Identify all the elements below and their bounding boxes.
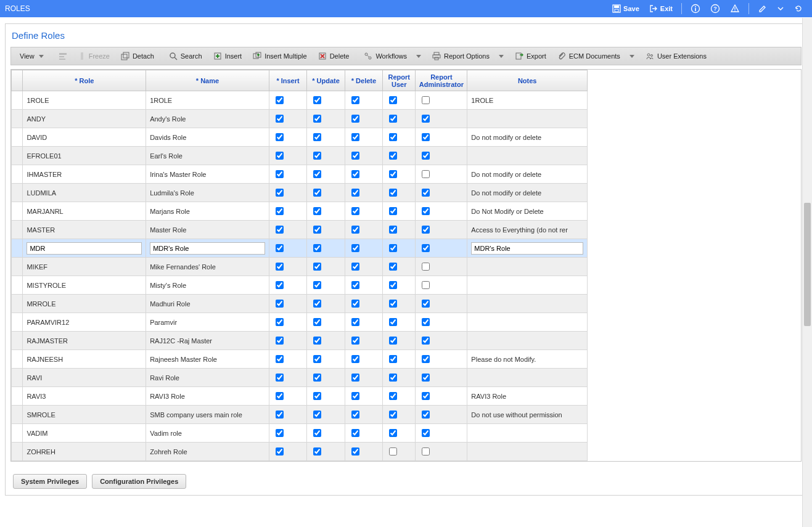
update-checkbox[interactable]: [313, 152, 321, 160]
role-cell[interactable]: MRROLE: [23, 295, 146, 313]
name-cell[interactable]: Earl's Role: [146, 147, 269, 165]
report_admin-cell[interactable]: [416, 221, 467, 239]
table-row[interactable]: RAVI3RAVI3 RoleRAVI3 Role: [12, 387, 588, 406]
role-cell[interactable]: MISTYROLE: [23, 276, 146, 295]
insert-checkbox[interactable]: [276, 226, 284, 234]
report_user-cell[interactable]: [383, 369, 416, 387]
report_admin-cell[interactable]: [416, 258, 467, 276]
notes-cell[interactable]: 1ROLE: [467, 91, 588, 110]
insert-cell[interactable]: [269, 387, 306, 406]
role-cell[interactable]: RAJNEESH: [23, 350, 146, 369]
role-cell[interactable]: VADIM: [23, 424, 146, 443]
row-selector-cell[interactable]: [12, 165, 23, 184]
update-cell[interactable]: [307, 165, 345, 184]
insert-button[interactable]: Insert: [208, 49, 247, 63]
role-cell[interactable]: PARAMVIR12: [23, 313, 146, 332]
role-cell[interactable]: LUDMILA: [23, 184, 146, 202]
report_admin-cell[interactable]: [416, 128, 467, 147]
report_user-checkbox[interactable]: [389, 300, 397, 308]
row-selector-cell[interactable]: [12, 221, 23, 239]
name-cell[interactable]: Andy's Role: [146, 110, 269, 128]
update-checkbox[interactable]: [313, 170, 321, 178]
report_admin-checkbox[interactable]: [422, 244, 430, 252]
name-cell[interactable]: Rajneesh Master Role: [146, 350, 269, 369]
report_user-checkbox[interactable]: [389, 96, 397, 104]
delete-checkbox[interactable]: [351, 337, 359, 345]
insert-cell[interactable]: [269, 443, 306, 461]
update-checkbox[interactable]: [313, 133, 321, 141]
report_admin-checkbox[interactable]: [422, 170, 430, 178]
insert-cell[interactable]: [269, 258, 306, 276]
table-row[interactable]: ANDYAndy's Role: [12, 110, 588, 128]
col-delete[interactable]: * Delete: [345, 70, 382, 91]
row-selector-cell[interactable]: [12, 202, 23, 221]
table-row[interactable]: ZOHREHZohreh Role: [12, 443, 588, 461]
insert-checkbox[interactable]: [276, 447, 284, 456]
delete-cell[interactable]: [345, 332, 382, 350]
name-cell[interactable]: RAVI3 Role: [146, 387, 269, 406]
report_user-cell[interactable]: [383, 276, 416, 295]
update-cell[interactable]: [307, 128, 345, 147]
insert-checkbox[interactable]: [276, 318, 284, 326]
update-checkbox[interactable]: [313, 226, 321, 234]
report_user-checkbox[interactable]: [389, 189, 397, 197]
notes-cell[interactable]: [467, 276, 588, 295]
insert-cell[interactable]: [269, 406, 306, 424]
update-cell[interactable]: [307, 332, 345, 350]
report_user-cell[interactable]: [383, 165, 416, 184]
delete-cell[interactable]: [345, 110, 382, 128]
report_user-cell[interactable]: [383, 202, 416, 221]
report_admin-cell[interactable]: [416, 424, 467, 443]
report_user-checkbox[interactable]: [389, 152, 397, 160]
insert-checkbox[interactable]: [276, 152, 284, 160]
report_admin-cell[interactable]: [416, 147, 467, 165]
insert-cell[interactable]: [269, 332, 306, 350]
delete-cell[interactable]: [345, 202, 382, 221]
report_admin-checkbox[interactable]: [422, 207, 430, 215]
role-cell[interactable]: RAVI: [23, 369, 146, 387]
report_admin-checkbox[interactable]: [422, 189, 430, 197]
notes-cell[interactable]: Do not modify or delete: [467, 165, 588, 184]
insert-checkbox[interactable]: [276, 429, 284, 437]
insert-checkbox[interactable]: [276, 170, 284, 178]
row-selector-cell[interactable]: [12, 313, 23, 332]
update-checkbox[interactable]: [313, 115, 321, 123]
report_user-cell[interactable]: [383, 110, 416, 128]
info-button[interactable]: [687, 2, 704, 15]
report_admin-cell[interactable]: [416, 91, 467, 110]
report_admin-cell[interactable]: [416, 202, 467, 221]
delete-checkbox[interactable]: [351, 96, 359, 104]
report_user-checkbox[interactable]: [389, 244, 397, 252]
report_user-checkbox[interactable]: [389, 318, 397, 326]
delete-checkbox[interactable]: [351, 392, 359, 400]
detach-button[interactable]: Detach: [116, 49, 159, 63]
delete-cell[interactable]: [345, 387, 382, 406]
report_user-cell[interactable]: [383, 91, 416, 110]
role-cell[interactable]: RAVI3: [23, 387, 146, 406]
name-cell[interactable]: Master Role: [146, 221, 269, 239]
configuration-privileges-button[interactable]: Configuration Privileges: [92, 474, 186, 489]
report_user-cell[interactable]: [383, 239, 416, 258]
table-row[interactable]: 1ROLE1ROLE1ROLE: [12, 91, 588, 110]
delete-checkbox[interactable]: [351, 300, 359, 308]
freeze-button[interactable]: Freeze: [73, 49, 115, 63]
delete-cell[interactable]: [345, 184, 382, 202]
row-selector-cell[interactable]: [12, 406, 23, 424]
delete-cell[interactable]: [345, 313, 382, 332]
notes-cell[interactable]: [467, 110, 588, 128]
update-checkbox[interactable]: [313, 207, 321, 215]
name-cell[interactable]: SMB company users main role: [146, 406, 269, 424]
update-checkbox[interactable]: [313, 392, 321, 400]
insert-cell[interactable]: [269, 313, 306, 332]
name-cell[interactable]: Madhuri Role: [146, 295, 269, 313]
report_admin-cell[interactable]: [416, 184, 467, 202]
notes-cell[interactable]: [467, 147, 588, 165]
update-checkbox[interactable]: [313, 337, 321, 345]
row-selector-cell[interactable]: [12, 424, 23, 443]
insert-checkbox[interactable]: [276, 337, 284, 345]
update-cell[interactable]: [307, 387, 345, 406]
notes-cell[interactable]: RAVI3 Role: [467, 387, 588, 406]
report_admin-checkbox[interactable]: [422, 152, 430, 160]
update-checkbox[interactable]: [313, 374, 321, 382]
report-options-button[interactable]: Report Options: [427, 49, 509, 63]
